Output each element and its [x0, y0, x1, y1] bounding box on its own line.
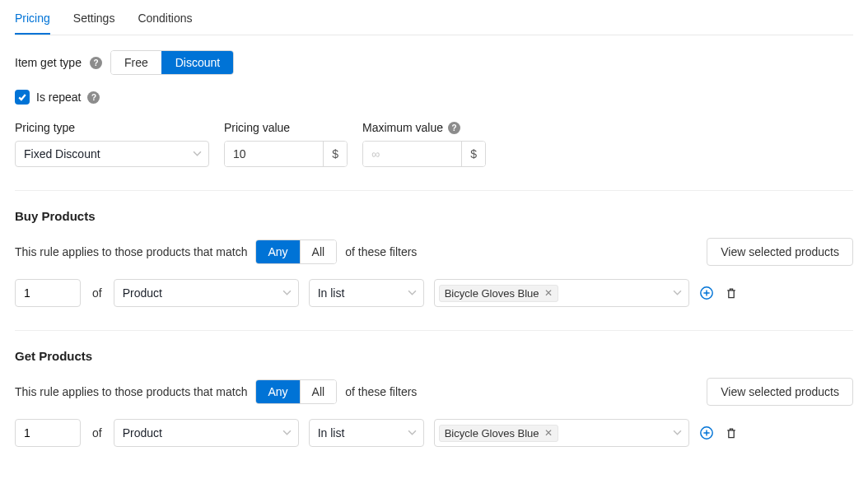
pricing-type-value: Fixed Discount	[24, 147, 100, 160]
divider	[15, 330, 853, 331]
is-repeat-row: Is repeat ?	[15, 90, 853, 105]
get-rule-row: of Product In list Bicycle Gloves Blue ✕	[15, 419, 853, 447]
item-get-type-free[interactable]: Free	[111, 51, 161, 74]
get-filter-header: This rule applies to those products that…	[15, 378, 853, 406]
get-products-multiselect[interactable]: Bicycle Gloves Blue ✕	[434, 419, 689, 447]
pricing-type-field: Pricing type Fixed Discount	[15, 121, 209, 167]
pricing-value-unit: $	[323, 142, 347, 166]
pricing-value-input[interactable]	[225, 142, 323, 166]
buy-of-text: of	[91, 286, 104, 300]
get-product-tag: Bicycle Gloves Blue ✕	[439, 425, 558, 442]
maximum-value-unit: $	[461, 142, 485, 166]
buy-qty-input[interactable]	[15, 279, 81, 307]
chevron-down-icon	[673, 286, 682, 300]
is-repeat-label: Is repeat	[36, 91, 81, 104]
tab-settings[interactable]: Settings	[73, 7, 115, 35]
buy-rule-text-pre: This rule applies to those products that…	[15, 245, 247, 258]
item-get-type-toggle: Free Discount	[110, 50, 234, 75]
chevron-down-icon	[673, 426, 682, 439]
buy-view-selected-button[interactable]: View selected products	[707, 238, 853, 266]
buy-match-any[interactable]: Any	[256, 240, 299, 263]
buy-product-tag-label: Bicycle Gloves Blue	[445, 287, 539, 300]
trash-icon	[725, 426, 738, 439]
get-filter-type-value: Product	[123, 426, 162, 439]
get-match-toggle: Any All	[255, 379, 337, 404]
get-of-text: of	[91, 426, 104, 439]
chevron-down-icon	[193, 147, 202, 160]
pricing-type-select[interactable]: Fixed Discount	[15, 141, 209, 167]
buy-match-all[interactable]: All	[300, 240, 337, 263]
buy-product-tag: Bicycle Gloves Blue ✕	[439, 285, 558, 302]
chevron-down-icon	[282, 426, 292, 439]
help-icon[interactable]: ?	[87, 91, 100, 104]
buy-rule-text-post: of these filters	[345, 245, 417, 258]
is-repeat-checkbox[interactable]	[15, 90, 30, 105]
get-view-selected-button[interactable]: View selected products	[707, 378, 853, 406]
buy-match-toggle: Any All	[255, 240, 337, 264]
close-icon[interactable]: ✕	[544, 428, 553, 438]
plus-circle-icon	[699, 426, 714, 440]
get-products-title: Get Products	[15, 349, 853, 363]
buy-filter-type-value: Product	[123, 286, 162, 300]
get-qty-input[interactable]	[15, 419, 81, 447]
tab-conditions[interactable]: Conditions	[138, 7, 192, 35]
help-icon[interactable]: ?	[90, 57, 102, 69]
plus-circle-icon	[699, 286, 714, 300]
item-get-type-row: Item get type ? Free Discount	[15, 50, 853, 75]
get-rule-text-post: of these filters	[345, 385, 417, 398]
check-icon	[17, 92, 27, 102]
get-filter-type-select[interactable]: Product	[114, 419, 299, 447]
add-rule-button[interactable]	[699, 426, 714, 440]
buy-filter-type-select[interactable]: Product	[114, 279, 299, 307]
maximum-value-label: Maximum value ?	[362, 121, 486, 134]
divider	[15, 190, 853, 191]
get-match-all[interactable]: All	[300, 380, 337, 403]
buy-operator-select[interactable]: In list	[309, 279, 424, 307]
buy-products-multiselect[interactable]: Bicycle Gloves Blue ✕	[434, 279, 689, 307]
chevron-down-icon	[282, 286, 292, 300]
get-rule-text-pre: This rule applies to those products that…	[15, 385, 247, 398]
pricing-type-label: Pricing type	[15, 121, 209, 134]
delete-rule-button[interactable]	[724, 286, 739, 300]
close-icon[interactable]: ✕	[544, 288, 553, 298]
pricing-value-field: Pricing value $	[224, 121, 348, 167]
chevron-down-icon	[408, 286, 417, 300]
get-product-tag-label: Bicycle Gloves Blue	[445, 427, 539, 439]
delete-rule-button[interactable]	[724, 426, 739, 440]
tabs: Pricing Settings Conditions	[15, 7, 853, 35]
trash-icon	[725, 286, 738, 300]
add-rule-button[interactable]	[699, 286, 714, 300]
item-get-type-label: Item get type	[15, 56, 82, 69]
get-match-any[interactable]: Any	[256, 380, 299, 403]
chevron-down-icon	[408, 426, 417, 439]
maximum-value-input[interactable]	[363, 142, 461, 166]
tab-pricing[interactable]: Pricing	[15, 7, 50, 35]
buy-operator-value: In list	[318, 286, 345, 300]
help-icon[interactable]: ?	[448, 122, 460, 134]
maximum-value-field: Maximum value ? $	[362, 121, 486, 167]
buy-filter-header: This rule applies to those products that…	[15, 238, 853, 266]
pricing-fields: Pricing type Fixed Discount Pricing valu…	[15, 121, 853, 167]
item-get-type-discount[interactable]: Discount	[161, 51, 233, 74]
get-operator-value: In list	[318, 426, 345, 439]
buy-rule-row: of Product In list Bicycle Gloves Blue ✕	[15, 279, 853, 307]
buy-products-title: Buy Products	[15, 209, 853, 223]
get-operator-select[interactable]: In list	[309, 419, 424, 447]
pricing-value-label: Pricing value	[224, 121, 348, 134]
